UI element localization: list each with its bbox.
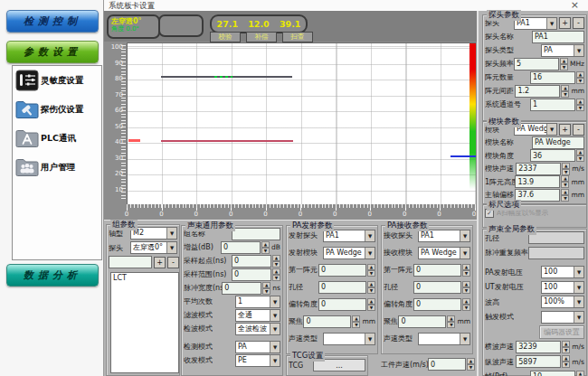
system-channel-spinner[interactable]: ▲▼ bbox=[576, 99, 584, 111]
pulse-repeat-freq[interactable] bbox=[528, 247, 584, 259]
compensate-button[interactable]: 补偿 bbox=[246, 32, 277, 42]
group-list[interactable]: LCT bbox=[110, 272, 179, 373]
sidebar-item-parameter-settings[interactable]: 参数设置 bbox=[6, 41, 99, 63]
rx-wedge[interactable]: PA Wedge▼ bbox=[418, 247, 470, 259]
element-count[interactable]: 16 bbox=[530, 71, 575, 84]
probe-type[interactable]: PA▼ bbox=[541, 44, 584, 57]
sidebar-item-plc-communication[interactable]: PLC通讯 bbox=[13, 124, 101, 153]
encoder-settings[interactable]: 编码器设置 bbox=[539, 325, 584, 339]
shear-velocity-spinner[interactable]: ▲▼ bbox=[562, 341, 570, 353]
longitudinal-velocity[interactable]: 5897 bbox=[516, 355, 561, 368]
txrx-mode[interactable]: PE▼ bbox=[235, 354, 280, 367]
calibrate-button[interactable]: 校验 bbox=[210, 32, 241, 42]
probe-frequency-spinner[interactable]: ▲▼ bbox=[560, 58, 568, 70]
rx-aperture-spinner[interactable]: ▲▼ bbox=[462, 281, 470, 294]
probe-frequency-unit: MHz bbox=[570, 60, 584, 68]
tx-velocity-type[interactable]: ▼ bbox=[323, 333, 375, 345]
list-item[interactable]: LCT bbox=[113, 274, 176, 282]
element-count-label: 阵元数量 bbox=[485, 72, 514, 82]
group-extra-input[interactable] bbox=[109, 256, 152, 268]
tx-first-element[interactable]: 0 bbox=[318, 264, 366, 277]
average-count[interactable]: 1▼ bbox=[235, 296, 280, 308]
filter-mode-label: 滤波模式 bbox=[184, 310, 213, 320]
element-pitch-spinner[interactable]: ▲▼ bbox=[561, 85, 569, 98]
tx-wedge[interactable]: PA Wedge▼ bbox=[323, 247, 375, 259]
axis-type-select[interactable]: M2▼ bbox=[130, 227, 177, 240]
sidebar-item-detection-control[interactable]: 检测控制 bbox=[6, 10, 99, 33]
sample-range-spinner[interactable]: ▲▼ bbox=[272, 268, 280, 281]
group-remove-button[interactable]: - bbox=[167, 257, 179, 268]
wave-height[interactable]: 100%▼ bbox=[541, 296, 584, 308]
sample-start[interactable]: 0 bbox=[232, 255, 271, 268]
tx-first-element-spinner[interactable]: ▲▼ bbox=[367, 264, 375, 277]
gain-spinner[interactable]: ▲▼ bbox=[261, 241, 270, 254]
sidebar-item-flaw-detector-settings[interactable]: 探伤仪设置 bbox=[13, 95, 101, 124]
sample-start-label: 采样起点(ns) bbox=[184, 256, 226, 266]
rx-first-element-spinner[interactable]: ▲▼ bbox=[462, 264, 470, 277]
element-pitch[interactable]: 1.2 bbox=[515, 85, 560, 98]
first-element-height-spinner[interactable]: ▲▼ bbox=[561, 175, 569, 188]
chevron-down-icon: ▼ bbox=[365, 248, 375, 258]
probe-frequency[interactable]: 5 bbox=[514, 58, 559, 70]
scan-button[interactable]: 扫查 bbox=[282, 32, 313, 42]
ut-tx-voltage[interactable]: 100▼ bbox=[541, 281, 584, 294]
probe-select-remove-button[interactable]: - bbox=[573, 17, 584, 29]
sidebar-item-user-management[interactable]: 用户管理 bbox=[13, 153, 101, 182]
filter-mode[interactable]: 全通▼ bbox=[235, 309, 280, 322]
longitudinal-velocity-spinner[interactable]: ▲▼ bbox=[562, 355, 570, 368]
pulse-width-spinner[interactable]: ▲▼ bbox=[262, 282, 270, 295]
main-axis-offset-spinner[interactable]: ▲▼ bbox=[561, 189, 569, 202]
rx-aperture[interactable]: 0 bbox=[413, 281, 461, 294]
wedge-angle-spinner[interactable]: ▲▼ bbox=[576, 149, 584, 162]
wedge-name[interactable]: PA Wedge bbox=[532, 136, 584, 149]
group-name[interactable] bbox=[232, 228, 280, 240]
wedge-velocity[interactable]: 2337 bbox=[516, 163, 561, 175]
tx-deflect-angle[interactable]: 0 bbox=[318, 298, 366, 311]
first-element-height[interactable]: 13.9 bbox=[515, 175, 560, 188]
pa-tx-voltage-label: PA发射电压 bbox=[485, 268, 523, 277]
wedge-select-add-button[interactable]: + bbox=[559, 124, 571, 136]
trigger-mode[interactable]: ▼ bbox=[541, 311, 584, 324]
wedge-select-remove-button[interactable]: - bbox=[573, 124, 584, 136]
panel-title: 探头参数 bbox=[487, 10, 521, 21]
tx-focus-depth[interactable]: 0 bbox=[303, 315, 351, 328]
gain[interactable]: 0 bbox=[221, 241, 261, 254]
main-axis-offset[interactable]: 37.6 bbox=[515, 189, 560, 202]
frame-prf-spinner[interactable]: ▲▼ bbox=[576, 371, 584, 376]
sample-range[interactable]: 0 bbox=[232, 268, 271, 281]
chevron-down-icon: ▼ bbox=[574, 312, 583, 323]
sample-start-spinner[interactable]: ▲▼ bbox=[272, 255, 280, 268]
probe-select-add-button[interactable]: + bbox=[559, 17, 571, 29]
rx-focus-depth[interactable]: 0 bbox=[398, 315, 446, 328]
rx-deflect-angle-spinner[interactable]: ▲▼ bbox=[462, 298, 470, 311]
element-count-spinner[interactable]: ▲▼ bbox=[576, 71, 584, 84]
tx-deflect-angle-spinner[interactable]: ▲▼ bbox=[367, 298, 375, 311]
rx-first-element[interactable]: 0 bbox=[413, 264, 461, 277]
rectify-mode[interactable]: 全波检波▼ bbox=[235, 323, 280, 335]
detect-mode[interactable]: PA▼ bbox=[235, 341, 280, 353]
pa-tx-voltage[interactable]: 100▼ bbox=[541, 266, 584, 278]
workpiece-velocity-spinner[interactable]: ▲▼ bbox=[467, 358, 475, 371]
group-probe-select[interactable]: 左穿透0°▼ bbox=[130, 241, 177, 254]
probe-name[interactable]: PA1 bbox=[532, 31, 584, 43]
system-channel[interactable]: 1 bbox=[530, 99, 575, 111]
frame-prf[interactable]: 10 bbox=[530, 371, 575, 376]
wedge-velocity-spinner[interactable]: ▲▼ bbox=[562, 163, 570, 175]
workpiece-velocity-input[interactable]: 0 bbox=[428, 358, 466, 371]
close-icon[interactable]: × bbox=[571, 0, 579, 10]
sidebar-item-data-analysis[interactable]: 数据分析 bbox=[6, 264, 99, 287]
tx-aperture-spinner[interactable]: ▲▼ bbox=[367, 281, 375, 294]
wedge-angle[interactable]: 36 bbox=[530, 149, 575, 162]
global-aperture[interactable] bbox=[528, 231, 584, 244]
group-add-button[interactable]: + bbox=[154, 257, 166, 268]
tx-focus-depth-spinner[interactable]: ▲▼ bbox=[352, 315, 360, 328]
blank-display[interactable] bbox=[158, 14, 204, 37]
rx-deflect-angle[interactable]: 0 bbox=[413, 298, 461, 311]
sidebar-item-sensitivity-settings[interactable]: 灵敏度设置 bbox=[13, 66, 101, 95]
pulse-width[interactable]: 0 bbox=[222, 282, 261, 295]
tx-aperture[interactable]: 0 bbox=[318, 281, 366, 294]
tx-velocity-type-label: 声速类型 bbox=[289, 334, 318, 343]
shear-velocity[interactable]: 3239 bbox=[516, 341, 561, 353]
rx-focus-depth-spinner[interactable]: ▲▼ bbox=[447, 315, 455, 328]
rx-velocity-type[interactable]: ▼ bbox=[418, 333, 470, 345]
